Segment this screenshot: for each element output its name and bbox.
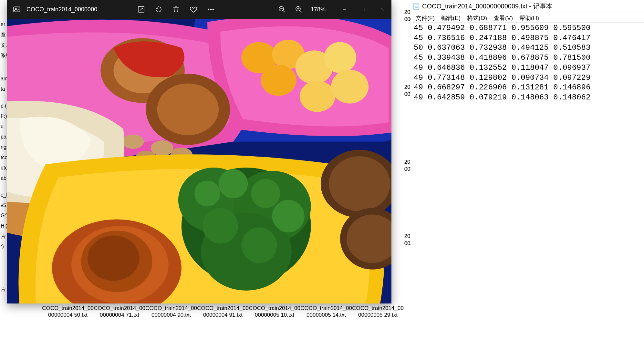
svg-point-5 bbox=[213, 9, 213, 10]
svg-point-21 bbox=[261, 65, 296, 96]
svg-point-3 bbox=[208, 9, 209, 10]
zoom-in-icon[interactable] bbox=[294, 5, 304, 14]
photos-app-icon bbox=[7, 0, 26, 19]
menu-help[interactable]: 帮助(H) bbox=[516, 13, 542, 22]
file-item[interactable]: COCO_train2014_0000000004 50.txt bbox=[42, 305, 94, 319]
notepad-menubar: 文件(F) 编辑(E) 格式(O) 查看(V) 帮助(H) bbox=[411, 13, 644, 23]
text-line: 49 0.668297 0.226906 0.131281 0.146896 bbox=[414, 83, 590, 92]
menu-view[interactable]: 查看(V) bbox=[490, 13, 516, 22]
zoom-out-icon[interactable] bbox=[277, 5, 287, 14]
text-line: 45 0.479492 0.688771 0.955609 0.595500 bbox=[414, 24, 590, 32]
file-item[interactable]: COCO_train2014_0000000004 71.txt bbox=[94, 305, 145, 319]
svg-point-49 bbox=[329, 156, 390, 211]
file-item[interactable]: COCO_train2014_0000000004 91.txt bbox=[197, 305, 249, 319]
maximize-button[interactable] bbox=[354, 0, 373, 19]
minimize-button[interactable] bbox=[335, 0, 354, 19]
svg-point-33 bbox=[122, 135, 144, 149]
photos-title: COCO_train2014_00000000... bbox=[26, 6, 117, 13]
notepad-window: COCO_train2014_000000000009.txt - 记事本 文件… bbox=[411, 0, 644, 339]
notepad-icon bbox=[413, 3, 420, 10]
svg-rect-14 bbox=[362, 8, 365, 11]
svg-point-29 bbox=[157, 83, 219, 135]
svg-point-4 bbox=[210, 9, 211, 10]
edit-icon[interactable] bbox=[136, 5, 146, 14]
text-line: 49 0.646836 0.132552 0.118047 0.096937 bbox=[414, 63, 590, 72]
menu-format[interactable]: 格式(O) bbox=[464, 13, 490, 22]
file-item[interactable]: COCO_train2014_0000000004 90.txt bbox=[145, 305, 197, 319]
photos-window: COCO_train2014_00000000... bbox=[7, 0, 391, 303]
notepad-text-area[interactable]: 45 0.479492 0.688771 0.955609 0.595500 4… bbox=[411, 23, 644, 339]
text-line: 50 0.637063 0.732938 0.494125 0.510583 bbox=[414, 43, 590, 52]
menu-edit[interactable]: 编辑(E) bbox=[438, 13, 464, 22]
zoom-level: 178% bbox=[311, 6, 326, 13]
notepad-title: COCO_train2014_000000000009.txt - 记事本 bbox=[422, 2, 553, 11]
svg-point-41 bbox=[272, 200, 305, 232]
text-line: 49 0.773148 0.129802 0.090734 0.097229 bbox=[414, 73, 590, 82]
svg-point-24 bbox=[300, 81, 335, 112]
text-line: 45 0.339438 0.418896 0.678875 0.781500 bbox=[414, 53, 590, 62]
svg-point-25 bbox=[331, 70, 369, 103]
svg-point-47 bbox=[88, 236, 139, 281]
svg-point-23 bbox=[324, 42, 356, 73]
svg-line-10 bbox=[300, 10, 302, 12]
svg-point-40 bbox=[251, 179, 280, 208]
photo-viewport[interactable] bbox=[7, 19, 391, 303]
more-icon[interactable] bbox=[206, 5, 216, 14]
delete-icon[interactable] bbox=[171, 5, 181, 14]
svg-point-39 bbox=[219, 169, 248, 198]
svg-line-7 bbox=[283, 10, 285, 12]
file-item[interactable]: COCO_train2014_0000000005 29.txt bbox=[352, 305, 404, 319]
file-item[interactable]: COCO_train2014_0000000005 14.txt bbox=[300, 305, 352, 319]
text-line: 45 0.736516 0.247188 0.498875 0.476417 bbox=[414, 34, 590, 42]
photo-content bbox=[7, 19, 391, 303]
photos-titlebar: COCO_train2014_00000000... bbox=[7, 0, 391, 19]
text-caret bbox=[414, 103, 414, 111]
menu-file[interactable]: 文件(F) bbox=[412, 13, 438, 22]
notepad-titlebar: COCO_train2014_000000000009.txt - 记事本 bbox=[411, 0, 644, 13]
close-button[interactable] bbox=[373, 0, 391, 19]
svg-point-42 bbox=[203, 208, 238, 243]
text-line: 49 0.642859 0.079219 0.148063 0.148062 bbox=[414, 93, 590, 102]
rotate-icon[interactable] bbox=[154, 5, 163, 14]
svg-point-43 bbox=[241, 227, 277, 263]
svg-rect-52 bbox=[414, 3, 419, 10]
svg-point-38 bbox=[194, 180, 220, 206]
file-item[interactable]: COCO_train2014_0000000005 10.txt bbox=[249, 305, 300, 319]
favorite-icon[interactable] bbox=[189, 5, 198, 14]
